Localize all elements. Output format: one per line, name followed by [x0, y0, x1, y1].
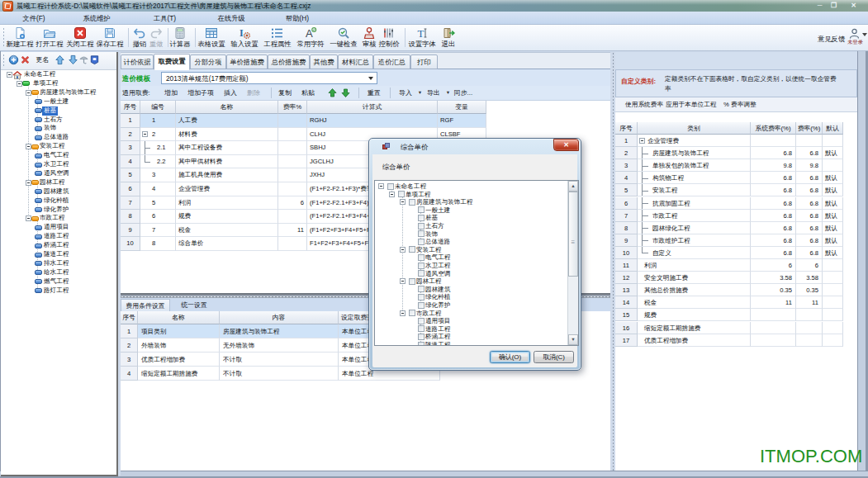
dialog-tree-checkbox[interactable] [418, 342, 425, 347]
tab-费用条件设置[interactable]: 费用条件设置 [121, 299, 170, 311]
menu-item-帮助(H)[interactable]: 帮助(H) [279, 12, 315, 24]
dialog-tree-item-绿化养护[interactable]: 绿化养护 [375, 301, 567, 310]
dialog-tree-item-道路工程[interactable]: 道路工程 [375, 325, 567, 334]
menu-item-在线升级[interactable]: 在线升级 [212, 12, 250, 24]
column-header-序号[interactable]: 序号 [121, 101, 140, 114]
toolbar-button-一键检查[interactable]: 一键检查 [328, 26, 359, 50]
rename-button[interactable]: 更名 [36, 54, 50, 65]
tree-item-总体道路[interactable]: 总体道路 [1, 133, 116, 142]
dialog-tree-expander-icon[interactable] [400, 310, 406, 316]
dialog-tree-checkbox[interactable] [387, 183, 394, 190]
toolbar-button-关闭工程[interactable]: 关闭工程 [64, 26, 96, 50]
dialog-tree-item-土石方[interactable]: 土石方 [375, 222, 567, 230]
dialog-tree-checkbox[interactable] [418, 294, 425, 301]
dialog-button-取消(C)[interactable]: 取消(C) [534, 351, 574, 363]
dialog-tree-item-装饰[interactable]: 装饰 [375, 230, 567, 239]
dialog-scrollbar[interactable]: ▲ ▼ [567, 181, 578, 345]
column-header-名称[interactable]: 名称 [138, 311, 220, 324]
toolbar-button-撤销[interactable]: 撤销 [130, 26, 149, 50]
dialog-tree-checkbox[interactable] [398, 191, 405, 197]
dialog-tree-item-未命名工程[interactable]: 未命名工程 [375, 182, 567, 191]
add-icon[interactable] [8, 54, 19, 65]
tree-item-装饰[interactable]: 装饰 [1, 124, 116, 133]
tree-item-园林建筑[interactable]: 园林建筑 [1, 187, 116, 196]
cell-content[interactable]: 房屋建筑与装饰工程 [220, 324, 339, 338]
locate-icon[interactable] [89, 54, 100, 65]
toolbar-button-退出[interactable]: 退出 [439, 26, 458, 50]
move-down-icon[interactable] [68, 54, 78, 65]
toolbar-button-控制价[interactable]: 控制价 [377, 26, 401, 50]
tree-item-未命名工程[interactable]: 未命名工程 [1, 70, 116, 79]
dialog-tree-item-单项工程[interactable]: 单项工程 [375, 191, 567, 199]
column-header-序号[interactable]: 序号 [121, 311, 138, 324]
row-expander-icon[interactable] [142, 131, 148, 137]
dialog-tree-item-水卫工程[interactable]: 水卫工程 [375, 262, 567, 270]
tree-item-路灯工程[interactable]: 路灯工程 [1, 286, 116, 296]
dialog-tree-checkbox[interactable] [409, 246, 415, 253]
tree-item-市政工程[interactable]: 市政工程 [1, 214, 116, 223]
dialog-title-bar[interactable]: 综合单价 ✕ [369, 139, 581, 154]
dialog-tree-checkbox[interactable] [418, 334, 425, 340]
rate-button-使用系统费率[interactable]: 使用系统费率 [625, 97, 663, 111]
cell-content[interactable]: 无外墙装饰 [220, 338, 339, 353]
dialog-tree-checkbox[interactable] [418, 230, 425, 237]
column-header-名称[interactable]: 名称 [176, 101, 278, 114]
move-up-icon[interactable] [55, 54, 65, 65]
dialog-tree-expander-icon[interactable] [400, 278, 406, 284]
toolbar-button-工程属性[interactable]: 工程属性 [262, 26, 293, 50]
dialog-tree-item-市政工程[interactable]: 市政工程 [375, 310, 567, 318]
dialog-tree-checkbox[interactable] [418, 325, 425, 332]
dialog-tree-item-通用项目[interactable]: 通用项目 [375, 317, 567, 325]
dialog-tree-checkbox[interactable] [418, 223, 425, 230]
dialog-tree-checkbox[interactable] [418, 302, 425, 309]
dialog-tree-checkbox[interactable] [418, 263, 425, 269]
column-header-费率(%)[interactable]: 费率(%) [796, 122, 823, 135]
dialog-tree-checkbox[interactable] [418, 318, 425, 324]
tree-item-一般土建[interactable]: 一般土建 [1, 97, 116, 106]
dialog-tree-checkbox[interactable] [409, 199, 415, 206]
minimize-button[interactable]: ─ [814, 2, 825, 10]
rate-button-应用于本单位工程[interactable]: 应用于本单位工程 [666, 97, 717, 111]
tree-item-道路工程[interactable]: 道路工程 [1, 232, 116, 241]
dialog-tree-checkbox[interactable] [409, 278, 415, 285]
toolbar-button-常用字符[interactable]: A常用字符 [295, 26, 326, 50]
column-header-默认[interactable]: 默认 [823, 122, 843, 135]
dialog-tree-expander-icon[interactable] [378, 183, 384, 189]
tree-item-桥涵工程[interactable]: 桥涵工程 [1, 241, 116, 250]
user-icon[interactable] [849, 28, 860, 39]
tree-expander-icon[interactable] [26, 215, 31, 221]
tree-item-通用项目[interactable]: 通用项目 [1, 223, 116, 232]
column-header-序号[interactable]: 序号 [615, 122, 638, 135]
delete-icon[interactable] [20, 54, 31, 65]
tree-expander-icon[interactable] [26, 180, 31, 186]
tree-item-通风空调[interactable]: 通风空调 [1, 169, 116, 178]
column-header-内容[interactable]: 内容 [220, 311, 339, 324]
tree-item-绿化种植[interactable]: 绿化种植 [1, 196, 116, 206]
tree-item-土石方[interactable]: 土石方 [1, 116, 116, 125]
dialog-tree-item-总体道路[interactable]: 总体道路 [375, 238, 567, 246]
column-header-编号[interactable]: 编号 [140, 101, 176, 114]
dialog-tree-checkbox[interactable] [418, 215, 425, 221]
close-button[interactable]: ✕ [848, 2, 859, 10]
menu-item-文件(F)[interactable]: 文件(F) [17, 12, 50, 24]
toolbar-button-新建工程[interactable]: 新建工程 [4, 26, 36, 50]
dialog-tree-checkbox[interactable] [418, 270, 425, 277]
dialog-tree-checkbox[interactable] [418, 206, 425, 213]
dialog-tree-item-园林工程[interactable]: 园林工程 [375, 277, 567, 286]
column-header-计算式[interactable]: 计算式 [307, 101, 438, 114]
tree-item-单项工程[interactable]: 单项工程 [1, 79, 116, 88]
cell-content[interactable]: 不计取 [220, 367, 339, 381]
tree-item-房屋建筑与装饰工程[interactable]: 房屋建筑与装饰工程 [1, 88, 116, 97]
column-header-类别[interactable]: 类别 [638, 122, 751, 135]
dialog-tree-item-安装工程[interactable]: 安装工程 [375, 246, 567, 254]
dialog-tree-item-房屋建筑与装饰工程[interactable]: 房屋建筑与装饰工程 [375, 198, 567, 206]
toolbar-button-重做[interactable]: 重做 [147, 26, 165, 50]
toolbar-button-计算器[interactable]: 计算器 [168, 26, 192, 50]
column-header-系统费率(%)[interactable]: 系统费率(%) [751, 122, 796, 135]
dialog-tree-expander-icon[interactable] [400, 247, 406, 253]
dialog-tree-checkbox[interactable] [418, 286, 425, 292]
dialog-tree-item-隧道工程[interactable]: 隧道工程 [375, 341, 567, 346]
toolbar-button-表格设置[interactable]: 表格设置 [196, 26, 227, 50]
dialog-tree-item-通风空调[interactable]: 通风空调 [375, 270, 567, 278]
tree-item-园林工程[interactable]: 园林工程 [1, 178, 116, 187]
